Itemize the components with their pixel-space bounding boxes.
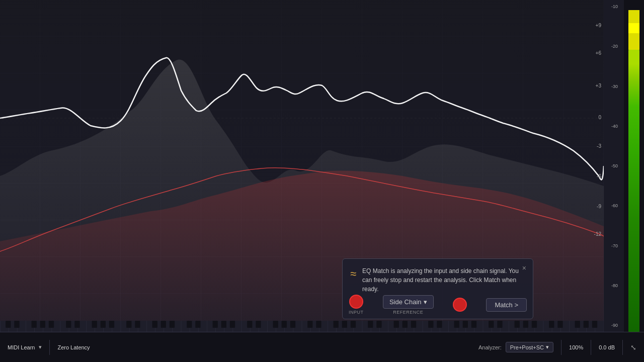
piano-keyboard: // Rendered via loop below <box>0 321 604 332</box>
svg-rect-101 <box>273 321 278 328</box>
meter-scale-minus30: -30 <box>611 84 618 89</box>
svg-rect-118 <box>471 321 476 328</box>
svg-rect-86 <box>92 321 97 328</box>
db-label-minus9: -9 <box>597 204 601 209</box>
analyzer-section: Analyzer: Pre+Post+SC ▾ <box>478 342 553 352</box>
analyzer-dropdown[interactable]: Pre+Post+SC ▾ <box>506 342 553 352</box>
svg-rect-83 <box>49 321 54 328</box>
svg-rect-94 <box>187 321 192 328</box>
reference-label: REFERENCE <box>393 310 423 315</box>
sidechain-section: Side Chain ▾ REFERENCE <box>383 295 434 315</box>
svg-rect-120 <box>497 321 502 328</box>
svg-rect-82 <box>40 321 45 328</box>
svg-rect-115 <box>437 321 442 328</box>
svg-rect-102 <box>282 321 287 328</box>
svg-rect-80 <box>14 321 19 328</box>
svg-rect-93 <box>170 321 175 328</box>
notification-content: ≈ EQ Match is analyzing the input and si… <box>350 266 525 294</box>
svg-rect-98 <box>230 321 235 328</box>
meter-scale-minus70: -70 <box>611 243 618 248</box>
svg-rect-112 <box>403 321 408 328</box>
svg-rect-105 <box>316 321 321 328</box>
svg-rect-84 <box>66 321 71 328</box>
svg-rect-117 <box>463 321 468 328</box>
svg-rect-89 <box>126 321 131 328</box>
svg-rect-90 <box>135 321 140 328</box>
analyzer-dropdown-arrow: ▾ <box>546 344 549 350</box>
reference-record-button[interactable] <box>453 298 467 312</box>
divider-2 <box>561 340 561 355</box>
meter-scale-minus60: -60 <box>611 203 618 208</box>
svg-rect-95 <box>195 321 200 328</box>
meter-scale-minus10: -10 <box>611 4 618 9</box>
db-value-section: 0.0 dB <box>599 344 615 350</box>
svg-rect-114 <box>428 321 433 328</box>
svg-rect-110 <box>376 321 381 328</box>
svg-rect-109 <box>368 321 373 328</box>
svg-rect-124 <box>549 321 554 328</box>
svg-rect-106 <box>334 321 339 328</box>
svg-rect-104 <box>307 321 312 328</box>
svg-rect-108 <box>351 321 356 328</box>
svg-rect-79 <box>6 321 11 328</box>
db-label-minus6: -6 <box>597 173 601 179</box>
svg-rect-111 <box>394 321 399 328</box>
svg-rect-100 <box>256 321 261 328</box>
db-label-plus6: +6 <box>596 50 601 56</box>
meter-scale-minus80: -80 <box>611 283 618 288</box>
divider-1 <box>49 340 50 355</box>
reference-record-section <box>453 298 467 312</box>
zero-latency-label: Zero Latency <box>57 344 90 350</box>
meter-scale-minus40: -40 <box>611 124 618 129</box>
divider-4 <box>622 340 623 355</box>
wave-icon: ≈ <box>350 267 356 281</box>
match-button[interactable]: Match > <box>486 298 527 312</box>
svg-rect-85 <box>74 321 79 328</box>
svg-rect-92 <box>161 321 166 328</box>
meter-scale-minus50: -50 <box>611 163 618 168</box>
svg-rect-123 <box>532 321 537 328</box>
resize-icon[interactable]: ⤡ <box>630 343 636 351</box>
sidechain-label: Side Chain <box>389 298 422 306</box>
midi-learn-section: MIDI Learn ▾ <box>8 344 42 350</box>
svg-rect-121 <box>515 321 520 328</box>
analyzer-label: Analyzer: <box>478 344 502 350</box>
popup-controls: INPUT Side Chain ▾ REFERENCE Match > <box>343 295 533 315</box>
sidechain-button[interactable]: Side Chain ▾ <box>383 295 434 309</box>
bottom-toolbar: MIDI Learn ▾ Zero Latency Analyzer: Pre+… <box>0 332 644 362</box>
svg-rect-97 <box>221 321 226 328</box>
svg-rect-113 <box>411 321 416 328</box>
divider-3 <box>591 340 591 355</box>
svg-rect-99 <box>247 321 252 328</box>
svg-rect-103 <box>290 321 295 328</box>
zoom-section: 100% <box>569 344 583 350</box>
close-notification-button[interactable]: × <box>520 263 529 273</box>
svg-rect-116 <box>454 321 459 328</box>
svg-rect-87 <box>101 321 106 328</box>
svg-rect-126 <box>575 321 580 328</box>
db-label-plus3: +3 <box>596 83 601 88</box>
db-label-minus12: -12 <box>594 231 601 237</box>
input-record-button[interactable] <box>349 295 363 309</box>
svg-rect-81 <box>32 321 37 328</box>
midi-learn-dropdown[interactable]: ▾ <box>39 344 42 350</box>
db-value-label: 0.0 dB <box>599 344 615 350</box>
meter-scale-minus20: -20 <box>611 44 618 49</box>
sidechain-dropdown-arrow: ▾ <box>424 298 427 306</box>
db-label-plus9: +9 <box>596 23 601 28</box>
meter-scale-minus90: -90 <box>611 323 618 328</box>
analyzer-value: Pre+Post+SC <box>510 344 544 350</box>
input-section: INPUT <box>349 295 364 315</box>
svg-rect-125 <box>557 321 562 328</box>
level-meter: -10 -20 -30 -40 -50 -60 -70 -80 -90 <box>624 0 644 332</box>
notification-text: EQ Match is analyzing the input and side… <box>362 266 525 294</box>
notification-popup: × ≈ EQ Match is analyzing the input and … <box>342 258 533 319</box>
midi-learn-label: MIDI Learn <box>8 344 35 350</box>
db-label-minus3: -3 <box>597 143 601 149</box>
svg-rect-88 <box>109 321 114 328</box>
zoom-label: 100% <box>569 344 583 350</box>
svg-rect-119 <box>489 321 494 328</box>
svg-rect-91 <box>152 321 157 328</box>
svg-rect-127 <box>584 321 589 328</box>
svg-rect-96 <box>213 321 218 328</box>
